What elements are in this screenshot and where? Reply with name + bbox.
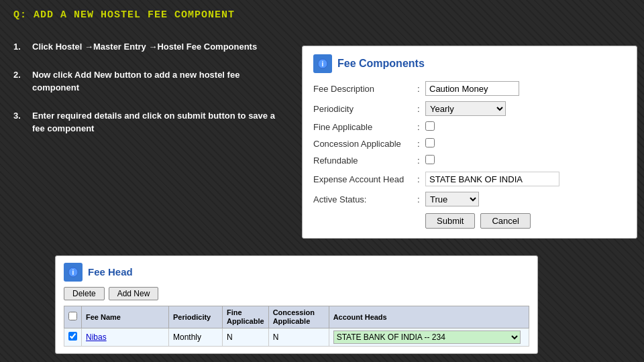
step2-text: Now click Add New button to add a new ho… [32,68,287,95]
col-header-check [64,306,82,328]
col-header-periodicity: Periodicity [169,306,223,328]
fine-applicable-checkbox[interactable] [425,121,435,131]
fee-head-title: Fee Head [88,266,133,278]
fee-description-row: Fee Description : [313,81,626,96]
fee-description-label: Fee Description [313,84,417,94]
add-new-button[interactable]: Add New [109,287,159,300]
fee-table: Fee Name Periodicity Fine Applicable Con… [64,306,529,347]
row-check-cell [64,328,82,347]
concession-applicable-checkbox[interactable] [425,138,435,147]
step3-number: 3. [13,109,27,135]
delete-button[interactable]: Delete [64,287,105,300]
col-header-fine: Fine Applicable [223,306,269,328]
step2-number: 2. [13,68,27,95]
row-fee-name-cell: Nibas [82,328,169,347]
refundable-checkbox[interactable] [425,155,435,164]
row-periodicity-cell: Monthly [169,328,223,347]
panel-buttons: Submit Cancel [313,213,626,229]
active-status-select[interactable]: True False [425,192,479,206]
svg-text:i: i [322,60,324,68]
fee-head-action-buttons: Delete Add New [64,287,529,300]
row-account-cell: STATE BANK OF INDIA -- 234 [329,328,529,347]
expense-account-row: Expense Account Head : [313,172,626,186]
row-concession-cell: N [268,328,329,347]
instructions-panel: 1. Click Hostel →Master Entry →Hostel Fe… [13,40,287,150]
step3-text: Enter required details and click on subm… [32,109,287,135]
col-header-fee-name: Fee Name [82,306,169,328]
panel-icon: i [313,54,332,73]
refundable-value [425,155,626,166]
col-header-account: Account Heads [329,306,529,328]
select-all-checkbox[interactable] [68,312,77,320]
fee-head-header: i Fee Head [64,263,529,282]
page-title: Q: ADD A NEW HOSTEL FEE COMPONENT [0,0,644,26]
active-status-label: Active Status: [313,194,417,204]
svg-text:i: i [72,269,74,276]
step1-number: 1. [13,40,27,54]
periodicity-row: Periodicity : Yearly Monthly Quarterly [313,101,626,116]
periodicity-label: Periodicity [313,104,417,114]
step-2: 2. Now click Add New button to add a new… [13,68,287,95]
fine-applicable-label: Fine Applicable [313,122,417,132]
fine-applicable-row: Fine Applicable : [313,121,626,133]
panel-header: i Fee Components [313,54,626,73]
expense-account-label: Expense Account Head [313,174,417,184]
expense-account-input[interactable] [425,172,559,186]
expense-account-value [425,172,626,186]
fee-head-icon: i [64,263,83,282]
periodicity-value: Yearly Monthly Quarterly [425,101,626,116]
submit-button[interactable]: Submit [425,213,475,229]
concession-applicable-label: Concession Applicable [313,139,417,149]
fee-components-panel: i Fee Components Fee Description : Perio… [302,46,637,239]
concession-applicable-row: Concession Applicable : [313,138,626,149]
fee-description-value [425,81,626,96]
refundable-label: Refundable [313,156,417,166]
step-3: 3. Enter required details and click on s… [13,109,287,135]
fee-description-input[interactable] [425,81,519,96]
cancel-button[interactable]: Cancel [480,213,530,229]
step-1: 1. Click Hostel →Master Entry →Hostel Fe… [13,40,287,54]
fee-components-title: Fee Components [337,58,425,70]
row-fine-cell: N [223,328,269,347]
fee-head-panel: i Fee Head Delete Add New Fee Name Perio… [55,255,538,354]
col-header-concession: Concession Applicable [268,306,329,328]
periodicity-select[interactable]: Yearly Monthly Quarterly [425,101,506,116]
fee-name-link[interactable]: Nibas [86,333,107,342]
fine-applicable-value [425,121,626,133]
active-status-value: True False [425,192,626,206]
step1-text: Click Hostel →Master Entry →Hostel Fee C… [32,40,257,54]
table-row: Nibas Monthly N N STATE BANK OF INDIA --… [64,328,529,347]
refundable-row: Refundable : [313,155,626,166]
account-select[interactable]: STATE BANK OF INDIA -- 234 [333,330,521,344]
concession-applicable-value [425,138,626,149]
row-checkbox[interactable] [68,332,77,341]
active-status-row: Active Status: : True False [313,192,626,206]
